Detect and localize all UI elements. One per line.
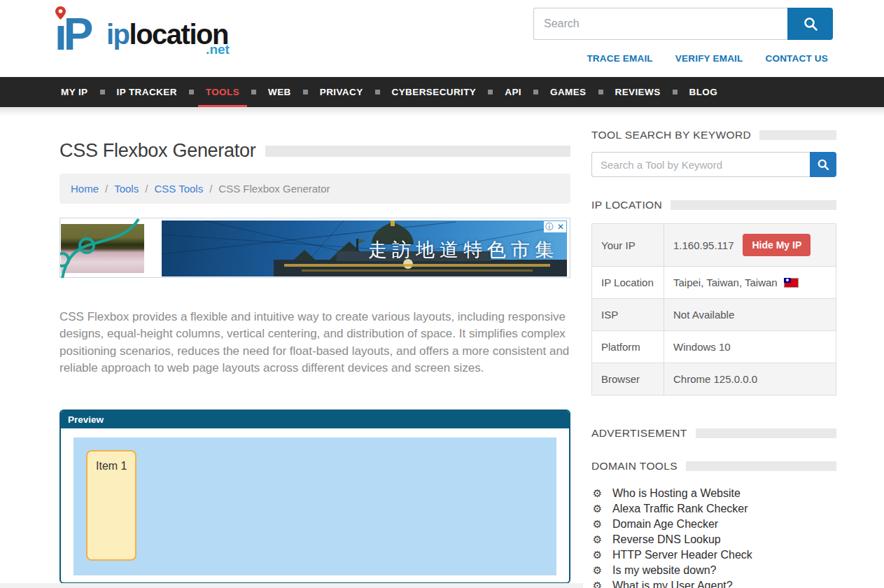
preview-card: Preview Item 1 bbox=[59, 410, 570, 584]
nav-separator bbox=[303, 90, 308, 94]
gear-icon: ⚙ bbox=[591, 518, 603, 531]
domain-tools-heading-label: DOMAIN TOOLS bbox=[591, 460, 678, 472]
breadcrumb-separator: / bbox=[145, 183, 148, 195]
list-item: ⚙ Alexa Traffic Rank Checker bbox=[591, 501, 836, 517]
taiwan-flag-icon bbox=[784, 278, 799, 288]
nav-separator bbox=[488, 90, 493, 94]
heading-decorative-bar bbox=[696, 428, 836, 438]
nav-separator bbox=[598, 90, 603, 94]
row-label: Your IP bbox=[592, 224, 664, 267]
nav-item-tools[interactable]: TOOLS bbox=[194, 77, 251, 107]
row-label: Platform bbox=[592, 331, 664, 363]
table-row: ISP Not Available bbox=[592, 299, 836, 331]
list-item: ⚙ Domain Age Checker bbox=[591, 517, 836, 532]
search-icon bbox=[803, 16, 818, 31]
domain-tool-link-website-down[interactable]: Is my website down? bbox=[612, 564, 717, 577]
active-tab-underline bbox=[198, 105, 247, 107]
heading-decorative-bar bbox=[759, 130, 836, 140]
domain-tool-link-reverse-dns[interactable]: Reverse DNS Lookup bbox=[612, 533, 721, 546]
nav-item-web[interactable]: WEB bbox=[256, 77, 303, 107]
nav-item-blog[interactable]: BLOG bbox=[678, 77, 730, 107]
domain-tool-link-domain-age[interactable]: Domain Age Checker bbox=[612, 518, 718, 531]
ip-location-table: Your IP 1.160.95.117 Hide My IP IP Locat… bbox=[591, 223, 836, 396]
gear-icon: ⚙ bbox=[591, 533, 603, 546]
ad-left-image bbox=[61, 224, 144, 273]
nav-item-tools-label: TOOLS bbox=[206, 87, 239, 97]
ad-caption-text: 走訪地道特色市集 bbox=[368, 237, 559, 262]
gear-icon: ⚙ bbox=[591, 549, 603, 561]
advertisement-heading: ADVERTISEMENT bbox=[591, 427, 836, 440]
trace-email-link[interactable]: TRACE EMAIL bbox=[587, 53, 652, 64]
hide-my-ip-button[interactable]: Hide My IP bbox=[743, 234, 811, 256]
header-links: TRACE EMAIL VERIFY EMAIL CONTACT US bbox=[587, 53, 828, 64]
ad-close-icon[interactable]: ✕ bbox=[555, 221, 566, 232]
ad-info-icon[interactable]: ⓘ bbox=[544, 221, 555, 232]
title-row: CSS Flexbox Generator bbox=[59, 140, 570, 162]
flexbox-preview-container: Item 1 bbox=[73, 438, 556, 575]
gear-icon: ⚙ bbox=[591, 580, 603, 588]
main-column: CSS Flexbox Generator Home / Tools / CSS… bbox=[59, 116, 570, 588]
breadcrumb-tools[interactable]: Tools bbox=[114, 183, 139, 195]
ad-badges: ⓘ ✕ bbox=[544, 221, 566, 232]
nav-item-privacy[interactable]: PRIVACY bbox=[308, 77, 375, 107]
your-ip-value: 1.160.95.117 bbox=[673, 239, 734, 251]
nav-item-ip-tracker[interactable]: IP TRACKER bbox=[105, 77, 189, 107]
breadcrumb-separator: / bbox=[209, 183, 212, 195]
tool-search-heading: TOOL SEARCH BY KEYWORD bbox=[591, 129, 836, 141]
ip-location-value: Taipei, Taiwan, Taiwan bbox=[673, 276, 778, 288]
tool-search-heading-label: TOOL SEARCH BY KEYWORD bbox=[591, 129, 751, 141]
nav-item-games[interactable]: GAMES bbox=[538, 77, 598, 107]
page: ıP iplocation .net TRACE EMAIL bbox=[0, 0, 884, 588]
list-item: ⚙ Is my website down? bbox=[591, 563, 836, 578]
domain-tool-link-hosting[interactable]: Who is Hosting a Website bbox=[612, 487, 741, 500]
breadcrumb-home[interactable]: Home bbox=[71, 183, 99, 195]
ip-location-heading: IP LOCATION bbox=[591, 199, 836, 211]
main-nav: MY IP IP TRACKER TOOLS WEB PRIVACY CYBER… bbox=[0, 77, 884, 107]
row-value: 1.160.95.117 Hide My IP bbox=[664, 224, 836, 267]
gear-icon: ⚙ bbox=[591, 503, 603, 515]
table-row: Browser Chrome 125.0.0.0 bbox=[592, 363, 836, 396]
domain-tool-link-user-agent[interactable]: What is my User Agent? bbox=[612, 580, 733, 588]
page-title: CSS Flexbox Generator bbox=[59, 140, 255, 162]
nav-item-cybersecurity[interactable]: CYBERSECURITY bbox=[380, 77, 489, 107]
tool-search-button[interactable] bbox=[810, 152, 836, 177]
tool-description: CSS Flexbox provides a flexible and intu… bbox=[59, 309, 570, 377]
header-search-input[interactable] bbox=[533, 8, 787, 40]
header-search-button[interactable] bbox=[787, 8, 833, 40]
logo-word-net: .net bbox=[206, 29, 230, 70]
table-row: Your IP 1.160.95.117 Hide My IP bbox=[592, 224, 836, 267]
search-icon bbox=[817, 158, 829, 171]
row-label: ISP bbox=[592, 299, 664, 331]
ad-right-image: 走訪地道特色市集 ⓘ ✕ bbox=[162, 220, 567, 276]
nav-item-my-ip[interactable]: MY IP bbox=[49, 77, 100, 107]
nav-item-reviews[interactable]: REVIEWS bbox=[603, 77, 673, 107]
preview-body: Item 1 bbox=[61, 428, 569, 584]
preview-header: Preview bbox=[61, 411, 569, 428]
tool-search-input[interactable] bbox=[591, 152, 810, 177]
list-item: ⚙ Who is Hosting a Website bbox=[591, 486, 836, 501]
domain-tool-link-http-header[interactable]: HTTP Server Header Check bbox=[612, 549, 752, 561]
content-bottom-strip bbox=[0, 583, 583, 588]
nav-separator bbox=[533, 90, 538, 94]
domain-tools-heading: DOMAIN TOOLS bbox=[591, 460, 836, 472]
list-item: ⚙ Reverse DNS Lookup bbox=[591, 532, 836, 547]
breadcrumb-current: CSS Flexbox Generator bbox=[218, 183, 330, 195]
heading-decorative-bar bbox=[671, 200, 836, 210]
sidebar: TOOL SEARCH BY KEYWORD IP LOCATION bbox=[591, 116, 836, 588]
site-logo[interactable]: ıP iplocation .net bbox=[55, 7, 228, 62]
nav-separator bbox=[100, 90, 105, 94]
verify-email-link[interactable]: VERIFY EMAIL bbox=[675, 53, 743, 64]
nav-item-api[interactable]: API bbox=[493, 77, 533, 107]
breadcrumb-css-tools[interactable]: CSS Tools bbox=[154, 183, 203, 195]
nav-shadow bbox=[0, 107, 884, 116]
tool-search-form bbox=[591, 152, 836, 177]
row-value: Not Available bbox=[664, 299, 836, 331]
domain-tool-link-alexa-rank[interactable]: Alexa Traffic Rank Checker bbox=[612, 503, 748, 515]
table-row: Platform Windows 10 bbox=[592, 331, 836, 363]
row-label: Browser bbox=[592, 363, 664, 396]
nav-separator bbox=[673, 90, 678, 94]
contact-us-link[interactable]: CONTACT US bbox=[766, 53, 829, 64]
ad-banner[interactable]: 走訪地道特色市集 ⓘ ✕ bbox=[59, 218, 570, 278]
flexbox-preview-item[interactable]: Item 1 bbox=[86, 450, 136, 561]
row-value: Windows 10 bbox=[664, 331, 836, 363]
